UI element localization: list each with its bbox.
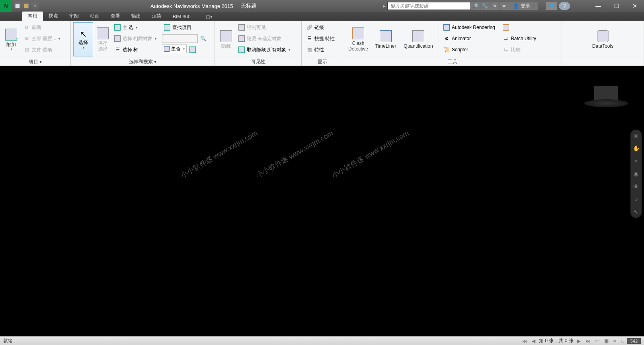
watermark: 小小软件迷 www.xxrjm.com xyxy=(330,128,411,180)
navigation-bar: ◎ ✋ • ◉ 👁 ⟐ ↖ xyxy=(630,130,642,218)
selection-tree-button[interactable]: ☰选择 树 xyxy=(112,45,158,55)
hide-unselected-button[interactable]: 隐藏 未选定对象 xyxy=(236,33,292,44)
app-logo[interactable]: N xyxy=(0,0,12,12)
sheet-last-icon[interactable]: ⏭ xyxy=(584,338,591,344)
login-button[interactable]: 👤 登录 ▾ xyxy=(509,2,538,10)
compare-button[interactable]: ⇆比较 xyxy=(501,45,538,55)
quick-find-go-button[interactable]: 🔍 xyxy=(199,33,207,44)
person-icon: 👤 xyxy=(513,3,519,9)
walk-icon[interactable]: ⟐ xyxy=(632,196,640,203)
select-nav-icon[interactable]: ↖ xyxy=(632,208,640,215)
timeliner-button[interactable]: TimeLiner xyxy=(373,22,399,56)
find-items-button[interactable]: 查找项目 xyxy=(162,22,207,33)
animator-button[interactable]: ⚙Animator xyxy=(441,33,497,44)
sb-icon-3[interactable]: ⌗ xyxy=(612,338,617,344)
panel-select-search-title[interactable]: 选择和搜索 ▾ xyxy=(71,58,215,66)
cursor-icon: ↖ xyxy=(80,29,87,39)
appearance-profiler-button[interactable] xyxy=(501,22,538,33)
tab-animation[interactable]: 动画 xyxy=(84,12,105,21)
search-input[interactable] xyxy=(387,2,471,10)
links-button[interactable]: 🔗链接 xyxy=(304,22,336,33)
tab-render[interactable]: 渲染 xyxy=(146,12,167,21)
sb-icon-2[interactable]: ▣ xyxy=(603,338,610,344)
search-expand-icon[interactable]: ▸ xyxy=(382,2,387,10)
quantification-button[interactable]: Quantification xyxy=(400,22,436,56)
hide-icon xyxy=(220,30,232,43)
qat-new-icon[interactable] xyxy=(14,2,21,10)
datatools-button[interactable]: DataTools xyxy=(589,22,617,56)
select-button[interactable]: ↖ 选择 ▾ xyxy=(73,22,93,56)
close-button[interactable]: ✕ xyxy=(626,0,644,12)
panel-project: + 附加 ▾ ⟳刷新 ✉全部 重置...▾ ▤文件 选项 项目 ▾ xyxy=(0,21,71,66)
key-icon[interactable]: 🔧 xyxy=(480,2,490,10)
sheet-next-icon[interactable]: ▶ xyxy=(576,338,582,344)
scripter-button[interactable]: 📜Scripter xyxy=(441,45,497,55)
panel-tools-title: 工具 xyxy=(343,58,562,66)
hide-button[interactable]: 隐藏 xyxy=(217,22,235,56)
require-visible-button[interactable]: 强制可见 xyxy=(236,22,292,33)
help-icon[interactable]: ? xyxy=(559,2,570,10)
look-icon[interactable]: 👁 xyxy=(632,183,640,190)
panel-display-title: 显示 xyxy=(302,58,343,66)
sb-icon-1[interactable]: ▭ xyxy=(594,338,601,344)
panel-tools: Clash Detective TimeLiner Quantification… xyxy=(343,21,562,66)
maximize-button[interactable]: ☐ xyxy=(607,0,626,12)
quantification-icon xyxy=(412,30,425,43)
ribbon-tabstrip: 常用 视点 审阅 动画 查看 输出 渲染 BIM 360 ▢▾ xyxy=(0,12,644,21)
clash-detective-button[interactable]: Clash Detective xyxy=(345,22,371,56)
select-same-button[interactable]: 选择 相同对象▾ xyxy=(112,33,158,44)
appearance-profiler-icon xyxy=(502,24,509,31)
search-binoculars-icon[interactable]: 🔎 xyxy=(471,2,480,10)
view-cube[interactable] xyxy=(588,86,624,114)
minimize-button[interactable]: — xyxy=(589,0,607,12)
document-title: 无标题 xyxy=(241,2,256,10)
tab-bim360[interactable]: BIM 360 xyxy=(167,13,196,21)
file-options-button[interactable]: ▤文件 选项 xyxy=(21,45,62,55)
quick-access-toolbar: ▾ xyxy=(14,2,39,10)
quick-find-input[interactable] xyxy=(162,34,198,43)
qat-dropdown-icon[interactable]: ▾ xyxy=(31,2,39,10)
reset-icon: ✉ xyxy=(23,35,30,42)
sb-icon-4[interactable]: ⎌ xyxy=(620,338,625,344)
steering-wheel-icon[interactable]: ◎ xyxy=(632,132,640,139)
orbit-icon[interactable]: ◉ xyxy=(632,170,640,177)
save-selection-icon xyxy=(96,27,109,40)
watermark: 小小软件迷 www.xxrjm.com xyxy=(179,128,260,180)
zoom-icon[interactable]: • xyxy=(632,157,640,165)
inspector-icon xyxy=(189,46,196,53)
exchange-apps-icon[interactable]: X xyxy=(546,2,557,10)
memory-indicator: 542 xyxy=(627,338,641,344)
sheet-first-icon[interactable]: ⏮ xyxy=(521,338,528,344)
favorite-icon[interactable]: ★ xyxy=(500,2,509,10)
select-all-button[interactable]: 全 选▾ xyxy=(112,22,158,33)
tab-viewpoint[interactable]: 视点 xyxy=(43,12,64,21)
viewport-3d[interactable]: 小小软件迷 www.xxrjm.com 小小软件迷 www.xxrjm.com … xyxy=(0,66,644,336)
clash-icon xyxy=(352,27,365,40)
panel-project-title[interactable]: 项目 ▾ xyxy=(0,58,70,66)
satellite-icon[interactable]: ✕ xyxy=(490,2,500,10)
properties-button[interactable]: ▤特性 xyxy=(304,45,336,55)
sheet-info: 第 0 张，共 0 张 xyxy=(539,337,574,344)
batch-utility-button[interactable]: ⇄Batch Utility xyxy=(501,33,538,44)
unhide-all-button[interactable]: 取消隐藏 所有对象▾ xyxy=(236,45,292,55)
quick-properties-button[interactable]: ☰快捷 特性 xyxy=(304,33,336,44)
attach-button[interactable]: + 附加 ▾ xyxy=(2,22,20,56)
find-icon xyxy=(164,24,171,31)
sets-dropdown[interactable]: 集合 ▾ xyxy=(162,45,187,53)
tab-output[interactable]: 输出 xyxy=(126,12,146,21)
title-bar: N ▾ Autodesk Navisworks Manage 2015 无标题 … xyxy=(0,0,644,12)
sets-icon xyxy=(164,46,170,52)
pan-icon[interactable]: ✋ xyxy=(632,145,640,152)
tab-view[interactable]: 查看 xyxy=(105,12,126,21)
qat-open-icon[interactable] xyxy=(22,2,30,10)
selection-inspector-button[interactable] xyxy=(188,45,197,55)
tab-overflow-icon[interactable]: ▢▾ xyxy=(200,13,212,21)
reset-all-button[interactable]: ✉全部 重置...▾ xyxy=(21,33,62,44)
sheet-prev-icon[interactable]: ◀ xyxy=(531,338,537,344)
tab-home[interactable]: 常用 xyxy=(22,12,43,21)
refresh-button[interactable]: ⟳刷新 xyxy=(21,22,62,33)
tab-review[interactable]: 审阅 xyxy=(64,12,84,21)
save-selection-button[interactable]: 保存 选择 xyxy=(95,22,111,56)
autodesk-rendering-button[interactable]: Autodesk Rendering xyxy=(441,22,497,33)
panel-display: 🔗链接 ☰快捷 特性 ▤特性 显示 xyxy=(302,21,343,66)
